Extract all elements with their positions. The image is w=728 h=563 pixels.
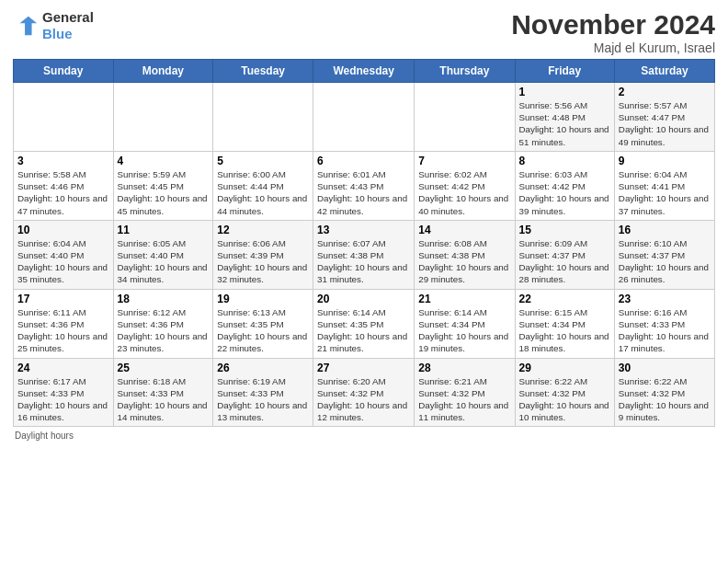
day-number: 26 [217, 362, 309, 374]
day-info: Sunrise: 6:16 AM Sunset: 4:33 PM Dayligh… [619, 306, 711, 355]
day-info: Sunrise: 6:12 AM Sunset: 4:36 PM Dayligh… [118, 306, 210, 355]
calendar-cell [113, 83, 213, 152]
calendar-cell: 9Sunrise: 6:04 AM Sunset: 4:41 PM Daylig… [614, 151, 714, 220]
day-number: 21 [418, 293, 510, 305]
calendar-cell: 18Sunrise: 6:12 AM Sunset: 4:36 PM Dayli… [113, 289, 213, 358]
day-number: 14 [418, 224, 510, 236]
calendar-cell: 19Sunrise: 6:13 AM Sunset: 4:35 PM Dayli… [213, 289, 313, 358]
day-info: Sunrise: 6:04 AM Sunset: 4:40 PM Dayligh… [17, 237, 109, 286]
day-number: 13 [317, 224, 410, 236]
calendar-cell: 11Sunrise: 6:05 AM Sunset: 4:40 PM Dayli… [113, 220, 213, 289]
day-number: 27 [317, 362, 410, 374]
day-number: 8 [519, 155, 610, 167]
day-number: 6 [317, 155, 410, 167]
calendar-cell [213, 83, 313, 152]
header-day-tuesday: Tuesday [213, 60, 313, 83]
calendar-table: SundayMondayTuesdayWednesdayThursdayFrid… [13, 59, 715, 427]
day-number: 23 [619, 293, 711, 305]
day-number: 28 [418, 362, 510, 374]
calendar-cell: 10Sunrise: 6:04 AM Sunset: 4:40 PM Dayli… [14, 220, 114, 289]
header-day-saturday: Saturday [614, 60, 714, 83]
day-info: Sunrise: 6:05 AM Sunset: 4:40 PM Dayligh… [118, 237, 210, 286]
calendar-cell: 30Sunrise: 6:22 AM Sunset: 4:32 PM Dayli… [614, 358, 714, 427]
day-info: Sunrise: 6:15 AM Sunset: 4:34 PM Dayligh… [519, 306, 610, 355]
calendar-body: 1Sunrise: 5:56 AM Sunset: 4:48 PM Daylig… [14, 83, 715, 427]
calendar-cell: 3Sunrise: 5:58 AM Sunset: 4:46 PM Daylig… [14, 151, 114, 220]
day-number: 30 [619, 362, 711, 374]
day-number: 7 [418, 155, 510, 167]
footer: Daylight hours [13, 431, 715, 441]
day-info: Sunrise: 6:03 AM Sunset: 4:42 PM Dayligh… [519, 168, 610, 217]
day-number: 12 [217, 224, 309, 236]
calendar-cell: 20Sunrise: 6:14 AM Sunset: 4:35 PM Dayli… [313, 289, 415, 358]
calendar-cell: 8Sunrise: 6:03 AM Sunset: 4:42 PM Daylig… [515, 151, 614, 220]
header-row: SundayMondayTuesdayWednesdayThursdayFrid… [14, 60, 715, 83]
week-row-4: 17Sunrise: 6:11 AM Sunset: 4:36 PM Dayli… [14, 289, 715, 358]
day-info: Sunrise: 6:17 AM Sunset: 4:33 PM Dayligh… [17, 375, 109, 424]
day-number: 3 [17, 155, 109, 167]
week-row-3: 10Sunrise: 6:04 AM Sunset: 4:40 PM Dayli… [14, 220, 715, 289]
day-number: 29 [519, 362, 610, 374]
week-row-1: 1Sunrise: 5:56 AM Sunset: 4:48 PM Daylig… [14, 83, 715, 152]
calendar-cell: 27Sunrise: 6:20 AM Sunset: 4:32 PM Dayli… [313, 358, 415, 427]
week-row-5: 24Sunrise: 6:17 AM Sunset: 4:33 PM Dayli… [14, 358, 715, 427]
day-number: 18 [118, 293, 210, 305]
day-info: Sunrise: 6:04 AM Sunset: 4:41 PM Dayligh… [619, 168, 711, 217]
day-number: 11 [118, 224, 210, 236]
month-title: November 2024 [511, 9, 715, 40]
day-info: Sunrise: 5:57 AM Sunset: 4:47 PM Dayligh… [619, 99, 711, 148]
day-info: Sunrise: 6:22 AM Sunset: 4:32 PM Dayligh… [519, 375, 610, 424]
page-container: General Blue November 2024 Majd el Kurum… [0, 0, 728, 450]
day-info: Sunrise: 6:14 AM Sunset: 4:34 PM Dayligh… [418, 306, 510, 355]
calendar-cell [14, 83, 114, 152]
day-info: Sunrise: 6:02 AM Sunset: 4:42 PM Dayligh… [418, 168, 510, 217]
logo-icon [13, 13, 39, 39]
calendar-cell: 7Sunrise: 6:02 AM Sunset: 4:42 PM Daylig… [415, 151, 515, 220]
calendar-cell [313, 83, 415, 152]
day-info: Sunrise: 6:01 AM Sunset: 4:43 PM Dayligh… [317, 168, 410, 217]
day-number: 25 [118, 362, 210, 374]
location: Majd el Kurum, Israel [511, 40, 715, 55]
header-day-thursday: Thursday [415, 60, 515, 83]
header-day-monday: Monday [113, 60, 213, 83]
day-number: 24 [17, 362, 109, 374]
day-info: Sunrise: 6:00 AM Sunset: 4:44 PM Dayligh… [217, 168, 309, 217]
day-info: Sunrise: 6:09 AM Sunset: 4:37 PM Dayligh… [519, 237, 610, 286]
day-number: 19 [217, 293, 309, 305]
day-number: 10 [17, 224, 109, 236]
day-number: 15 [519, 224, 610, 236]
day-info: Sunrise: 6:08 AM Sunset: 4:38 PM Dayligh… [418, 237, 510, 286]
calendar-cell: 25Sunrise: 6:18 AM Sunset: 4:33 PM Dayli… [113, 358, 213, 427]
day-number: 17 [17, 293, 109, 305]
calendar-cell: 23Sunrise: 6:16 AM Sunset: 4:33 PM Dayli… [614, 289, 714, 358]
calendar-cell: 24Sunrise: 6:17 AM Sunset: 4:33 PM Dayli… [14, 358, 114, 427]
calendar-cell: 17Sunrise: 6:11 AM Sunset: 4:36 PM Dayli… [14, 289, 114, 358]
day-info: Sunrise: 6:07 AM Sunset: 4:38 PM Dayligh… [317, 237, 410, 286]
day-number: 2 [619, 86, 711, 98]
calendar-cell: 1Sunrise: 5:56 AM Sunset: 4:48 PM Daylig… [515, 83, 614, 152]
header-day-wednesday: Wednesday [313, 60, 415, 83]
calendar-cell: 13Sunrise: 6:07 AM Sunset: 4:38 PM Dayli… [313, 220, 415, 289]
calendar-cell: 12Sunrise: 6:06 AM Sunset: 4:39 PM Dayli… [213, 220, 313, 289]
day-info: Sunrise: 6:13 AM Sunset: 4:35 PM Dayligh… [217, 306, 309, 355]
day-info: Sunrise: 5:59 AM Sunset: 4:45 PM Dayligh… [118, 168, 210, 217]
day-number: 1 [519, 86, 610, 98]
day-number: 20 [317, 293, 410, 305]
day-info: Sunrise: 5:56 AM Sunset: 4:48 PM Dayligh… [519, 99, 610, 148]
calendar-cell: 16Sunrise: 6:10 AM Sunset: 4:37 PM Dayli… [614, 220, 714, 289]
header-day-sunday: Sunday [14, 60, 114, 83]
day-info: Sunrise: 6:19 AM Sunset: 4:33 PM Dayligh… [217, 375, 309, 424]
day-info: Sunrise: 5:58 AM Sunset: 4:46 PM Dayligh… [17, 168, 109, 217]
calendar-cell: 21Sunrise: 6:14 AM Sunset: 4:34 PM Dayli… [415, 289, 515, 358]
week-row-2: 3Sunrise: 5:58 AM Sunset: 4:46 PM Daylig… [14, 151, 715, 220]
calendar-cell: 29Sunrise: 6:22 AM Sunset: 4:32 PM Dayli… [515, 358, 614, 427]
calendar-cell: 28Sunrise: 6:21 AM Sunset: 4:32 PM Dayli… [415, 358, 515, 427]
title-block: November 2024 Majd el Kurum, Israel [511, 9, 715, 55]
calendar-cell: 14Sunrise: 6:08 AM Sunset: 4:38 PM Dayli… [415, 220, 515, 289]
calendar-header: SundayMondayTuesdayWednesdayThursdayFrid… [14, 60, 715, 83]
calendar-cell: 15Sunrise: 6:09 AM Sunset: 4:37 PM Dayli… [515, 220, 614, 289]
calendar-cell [415, 83, 515, 152]
day-info: Sunrise: 6:22 AM Sunset: 4:32 PM Dayligh… [619, 375, 711, 424]
day-number: 22 [519, 293, 610, 305]
header: General Blue November 2024 Majd el Kurum… [13, 9, 715, 55]
